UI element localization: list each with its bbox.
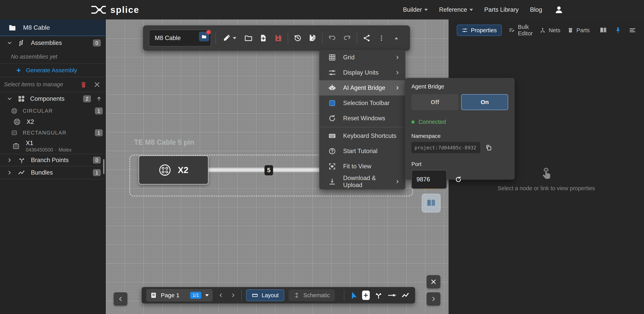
nav-builder[interactable]: Builder (403, 6, 428, 13)
user-avatar[interactable] (554, 4, 564, 15)
nav-reference[interactable]: Reference (439, 6, 473, 13)
group-rectangular[interactable]: RECTANGULAR 1 (0, 127, 105, 138)
splice-logo[interactable]: splice (91, 0, 139, 19)
menu-item-start-tutorial[interactable]: Start Tutorial (319, 144, 405, 159)
floating-book-button[interactable] (422, 194, 440, 212)
node-label: X2 (178, 165, 188, 175)
wire-tool[interactable] (388, 289, 397, 301)
page-selector[interactable]: Page 1 1/1 (146, 289, 213, 302)
project-header[interactable]: M8 Cable (0, 19, 105, 36)
agent-bridge-panel: Agent Bridge Off On Connected Namespace … (405, 78, 515, 180)
history-button[interactable] (292, 32, 303, 44)
collapse-left-panel-button[interactable] (114, 292, 127, 306)
pencil-icon (222, 34, 230, 42)
pan-navigate-tool[interactable] (348, 289, 358, 301)
agent-bridge-title: Agent Bridge (412, 83, 508, 90)
menu-item-keyboard-shortcuts[interactable]: Keyboard Shortcuts (319, 128, 405, 144)
open-project-button[interactable] (243, 32, 254, 44)
sliders-icon (328, 69, 336, 77)
book-icon[interactable] (600, 26, 607, 34)
menu-item-ai-agent-bridge[interactable]: AI Agent Bridge (319, 80, 405, 96)
status-text: Connected (418, 119, 446, 125)
generate-assembly-button[interactable]: + Generate Assembly (0, 63, 105, 77)
edit-mode-button[interactable] (220, 32, 239, 44)
more-options-button[interactable] (376, 32, 387, 44)
bridge-toggle-group: Off On (412, 94, 508, 110)
tab-parts-label: Parts (576, 27, 590, 34)
menu-item-reset-windows[interactable]: Reset Windows (319, 111, 405, 126)
assemblies-empty-text: No assemblies yet (0, 50, 105, 63)
redo-button[interactable] (342, 32, 352, 44)
canvas-close-button[interactable] (427, 275, 440, 289)
menu-item-label: Selection Toolbar (343, 100, 400, 107)
group-circular[interactable]: CIRCULAR 1 (0, 105, 105, 116)
share-button[interactable] (361, 32, 372, 44)
clear-selection-icon[interactable] (94, 81, 100, 88)
assemblies-label: Assemblies (31, 39, 88, 46)
tab-properties[interactable]: Properties (457, 25, 502, 36)
tab-bulk-editor[interactable]: Bulk Editor (509, 24, 533, 37)
new-file-icon (260, 34, 267, 42)
branch-points-section-header[interactable]: Branch Points 0 (0, 154, 105, 166)
collapse-toolbar-button[interactable] (391, 32, 402, 44)
bulk-editor-icon (509, 27, 515, 33)
menu-item-fit-to-view[interactable]: Fit to View (319, 159, 405, 174)
menu-lines-icon[interactable] (629, 26, 636, 34)
pin-icon[interactable] (614, 26, 622, 34)
chevron-down-icon (205, 294, 209, 297)
bridge-off-button[interactable]: Off (412, 94, 458, 110)
schematic-view-button[interactable]: Schematic (288, 289, 335, 301)
layout-view-button[interactable]: Layout (246, 289, 284, 301)
component-item-x1[interactable]: X1 0436450500 · Molex (0, 138, 105, 154)
collapse-up-icon[interactable] (96, 96, 102, 102)
add-component-tool[interactable] (362, 291, 370, 300)
port-input[interactable] (412, 170, 447, 189)
undo-button[interactable] (327, 32, 338, 44)
right-panel-tabs: Properties Bulk Editor Nets Parts (448, 19, 644, 41)
circular-count-badge: 1 (95, 107, 103, 114)
menu-item-download-upload[interactable]: Download & Upload (319, 174, 405, 189)
bundle-tool[interactable] (401, 289, 410, 301)
trash-icon[interactable] (80, 81, 87, 88)
new-file-button[interactable] (258, 32, 268, 44)
history-clock-icon (294, 34, 302, 42)
project-name-input[interactable] (149, 34, 198, 42)
bridge-on-button[interactable]: On (461, 94, 508, 110)
project-name-field[interactable] (149, 30, 211, 46)
branch-tool[interactable] (374, 289, 383, 301)
bottom-divider (344, 290, 344, 301)
book-icon (426, 198, 436, 208)
x1-part-info: 0436450500 · Molex (26, 147, 72, 153)
circular-connector-icon (159, 164, 171, 176)
menu-item-selection-toolbar[interactable]: Selection Toolbar (319, 96, 405, 111)
nav-parts-library[interactable]: Parts Library (484, 6, 519, 13)
circular-connector-icon (13, 118, 21, 126)
components-section-header[interactable]: Components 2 (0, 92, 105, 105)
assemblies-count-badge: 0 (93, 39, 101, 46)
chevron-right-icon (7, 157, 12, 163)
tab-nets[interactable]: Nets (540, 27, 560, 34)
previous-page-button[interactable] (217, 289, 225, 301)
project-pages-button[interactable] (199, 32, 209, 41)
connector-node-x2[interactable]: X2 (138, 156, 208, 184)
branch-points-count-badge: 0 (93, 157, 101, 164)
close-icon[interactable] (643, 27, 644, 34)
menu-item-display-units[interactable]: Display Units (319, 65, 405, 80)
save-as-button[interactable] (307, 32, 318, 44)
menu-item-grid[interactable]: Grid (319, 50, 405, 65)
bundles-section-header[interactable]: Bundles 1 (0, 166, 105, 179)
chevron-down-icon (7, 40, 12, 46)
component-item-x2[interactable]: X2 (0, 116, 105, 127)
chevron-down-icon (233, 37, 236, 39)
save-button[interactable] (273, 32, 284, 44)
copy-icon[interactable] (485, 144, 492, 151)
assemblies-section-header[interactable]: Assemblies 0 (0, 36, 105, 50)
sidebar-scrollbar[interactable] (103, 159, 104, 174)
nav-blog[interactable]: Blog (530, 6, 542, 13)
next-page-button[interactable] (229, 289, 237, 301)
expand-right-panel-button[interactable] (427, 292, 440, 306)
tab-parts[interactable]: Parts (568, 27, 590, 34)
refresh-icon[interactable] (455, 176, 462, 183)
nav-parts-library-label: Parts Library (484, 6, 519, 13)
namespace-input[interactable] (412, 142, 480, 153)
